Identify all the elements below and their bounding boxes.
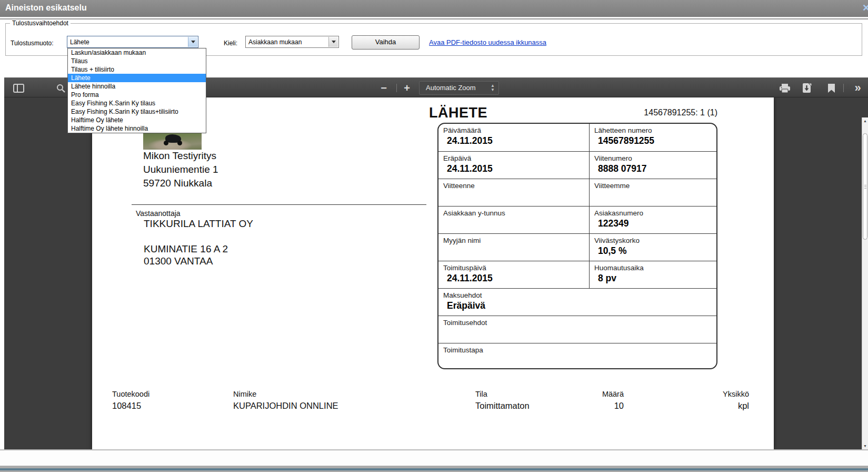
dropdown-option[interactable]: Pro forma — [68, 91, 206, 99]
scrollbar-thumb[interactable] — [863, 133, 867, 240]
language-select[interactable]: Asiakkaan mukaan — [245, 36, 339, 48]
sidebar-toggle-button[interactable] — [11, 78, 26, 98]
items-header-tuotekoodi: Tuotekoodi — [112, 390, 149, 398]
scroll-up-icon[interactable]: ▲ — [862, 117, 868, 124]
info-cell: Myyjän nimi — [438, 233, 590, 261]
dropdown-option[interactable]: Easy Fishing K.Sarin Ky tilaus+tilisiirt… — [68, 107, 206, 116]
info-table: Päivämäärä24.11.2015 Lähetteen numero145… — [437, 123, 717, 369]
info-cell: Viitteenne — [438, 179, 590, 206]
info-cell: Toimitustapa — [438, 343, 716, 369]
sidebar-icon — [13, 84, 24, 93]
info-cell: Viivästyskorko10,5 % — [590, 233, 716, 261]
item-maara: 10 — [555, 401, 624, 411]
change-button[interactable]: Vaihda — [352, 35, 420, 50]
pdf-canvas: Mikon Testiyritys Uukuniementie 1 59720 … — [4, 97, 868, 449]
toolbar-more-button[interactable]: » — [847, 78, 867, 98]
preview-window: Aineiston esikatselu ✕ Tulostusvaihtoehd… — [0, 0, 868, 472]
separator — [843, 84, 844, 92]
items-header-maara: Määrä — [555, 390, 624, 398]
titlebar: Aineiston esikatselu ✕ — [0, 0, 868, 17]
zoom-in-button[interactable]: + — [400, 78, 414, 98]
language-label: Kieli: — [224, 40, 237, 47]
dropdown-option[interactable]: Laskun/asiakkaan mukaan — [68, 48, 206, 57]
dropdown-option[interactable]: Lähete hinnoilla — [68, 82, 206, 91]
pdf-page: Mikon Testiyritys Uukuniementie 1 59720 … — [92, 97, 774, 449]
info-cell: Lähetteen numero14567891255 — [590, 124, 716, 151]
separator — [0, 18, 868, 19]
info-cell: Huomautusaika8 pv — [590, 261, 716, 288]
print-button[interactable] — [776, 78, 794, 98]
print-format-dropdown-list: Laskun/asiakkaan mukaanTilausTilaus + ti… — [67, 48, 206, 133]
chevron-down-icon — [191, 41, 195, 43]
chevron-down-icon — [332, 41, 336, 43]
vertical-scrollbar[interactable]: ▲ ▼ — [862, 117, 868, 449]
bookmark-icon — [828, 84, 835, 93]
items-header-yksikko: Yksikkö — [681, 390, 749, 398]
info-cell: Toimitusehdot — [438, 316, 716, 343]
items-header-nimike: Nimike — [233, 390, 256, 398]
info-cell: MaksuehdotEräpäivä — [438, 288, 716, 316]
dropdown-option[interactable]: Tilaus + tilisiirto — [68, 65, 206, 74]
item-nimike: KUPARIJOHDIN ONNLINE — [233, 401, 338, 411]
scroll-down-icon[interactable]: ▼ — [862, 442, 868, 449]
status-strip — [0, 450, 868, 466]
print-format-dropdown-button[interactable] — [188, 37, 197, 47]
info-cell: Päivämäärä24.11.2015 — [438, 124, 590, 151]
info-cell: Toimituspäivä24.11.2015 — [438, 261, 590, 288]
dropdown-option[interactable]: Tilaus — [68, 57, 206, 65]
search-button[interactable] — [53, 78, 68, 98]
language-dropdown-button[interactable] — [328, 37, 338, 47]
download-icon — [803, 83, 812, 93]
bookmark-button[interactable] — [823, 78, 839, 98]
separator — [396, 84, 397, 92]
dropdown-option[interactable]: Halftime Oy lähete hinnoilla — [68, 124, 206, 133]
search-icon — [56, 84, 65, 93]
zoom-out-button[interactable]: − — [377, 78, 391, 98]
dropdown-option[interactable]: Lähete — [68, 74, 206, 82]
separator — [132, 204, 426, 205]
language-value: Asiakkaan mukaan — [248, 38, 302, 46]
group-legend: Tulostusvaihtoehdot — [10, 19, 71, 27]
zoom-level-value: Automatic Zoom — [426, 84, 476, 92]
zoom-level-select[interactable]: Automatic Zoom ▲▼ — [419, 81, 499, 95]
download-button[interactable] — [798, 78, 816, 98]
item-tila: Toimittamaton — [475, 401, 530, 411]
print-format-select[interactable]: Lähete — [67, 36, 198, 48]
open-pdf-link[interactable]: Avaa PDF-tiedosto uudessa ikkunassa — [429, 38, 546, 46]
recipient-address2: 01300 VANTAA — [144, 255, 213, 267]
recipient-name: TIKKURILA LATTIAT OY — [144, 218, 253, 230]
sender-address1: Uukuniementie 1 — [143, 164, 218, 175]
document-title: LÄHETE — [429, 105, 487, 121]
dropdown-option[interactable]: Easy Fishing K.Sarin Ky tilaus — [68, 99, 206, 107]
scrollbar-grip — [864, 185, 866, 189]
document-reference: 14567891255: 1 (1) — [566, 108, 717, 117]
item-yksikko: kpl — [681, 401, 749, 411]
info-cell: Asiakasnumero122349 — [590, 206, 716, 233]
info-cell: Viitenumero8888 07917 — [590, 151, 716, 179]
sender-address2: 59720 Niukkala — [143, 178, 212, 189]
info-cell: Viitteemme — [590, 179, 716, 206]
motorcycle-photo-detail — [165, 134, 181, 143]
info-cell: Eräpäivä24.11.2015 — [438, 151, 590, 179]
print-format-value: Lähete — [70, 38, 89, 46]
up-down-arrows-icon: ▲▼ — [491, 84, 495, 92]
dropdown-option[interactable]: Halftime Oy lähete — [68, 116, 206, 124]
close-icon[interactable]: ✕ — [862, 2, 868, 14]
print-format-label: Tulostusmuoto: — [11, 40, 54, 47]
info-cell: Asiakkaan y-tunnus — [438, 206, 590, 233]
sender-name: Mikon Testiyritys — [143, 150, 216, 162]
printer-icon — [780, 84, 790, 93]
window-title: Aineiston esikatselu — [5, 3, 87, 13]
items-header-tila: Tila — [475, 390, 487, 398]
recipient-address1: KUMINATIE 16 A 2 — [144, 243, 228, 255]
recipient-label: Vastaanottaja — [136, 209, 181, 218]
item-tuotekoodi: 108415 — [112, 401, 141, 411]
